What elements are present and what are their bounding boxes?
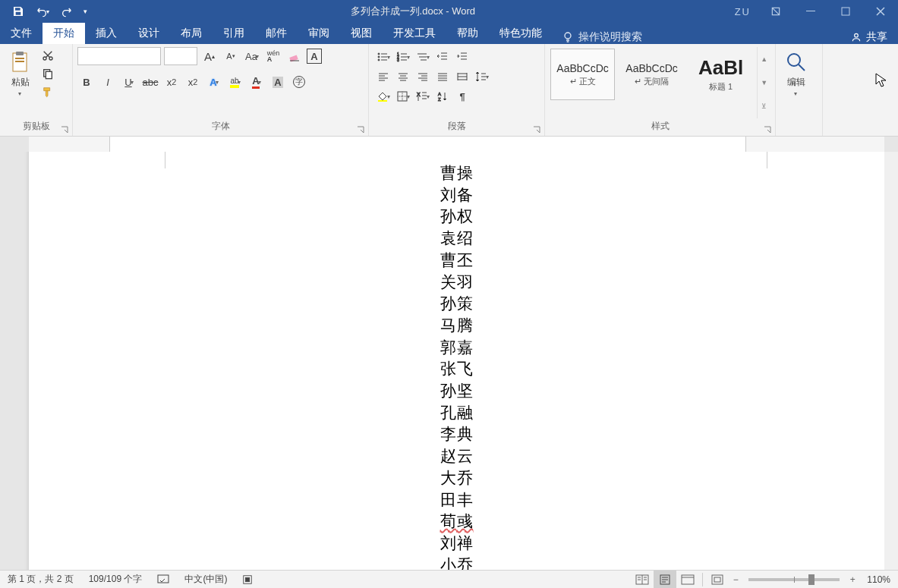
document-line: 荀彧	[29, 511, 884, 533]
align-right-button[interactable]	[413, 67, 433, 86]
shading-button[interactable]: ▾	[373, 86, 393, 106]
subscript-button[interactable]: x2	[162, 73, 181, 91]
cut-button[interactable]	[39, 47, 56, 64]
increase-indent-button[interactable]	[452, 47, 472, 67]
minimize-button[interactable]	[793, 0, 828, 23]
styles-scroll-up[interactable]: ▲	[758, 47, 770, 71]
paragraph-launcher[interactable]	[532, 124, 543, 134]
tab-help[interactable]: 帮助	[446, 23, 489, 44]
svg-text:A: A	[438, 92, 441, 96]
tab-special[interactable]: 特色功能	[489, 23, 553, 44]
group-paragraph: ▾ 123▾ ▾ ▾ ▾ ▾ X▾ AZ ¶ 段落	[369, 44, 545, 136]
language-indicator[interactable]: 中文(中国)	[177, 571, 235, 588]
tab-references[interactable]: 引用	[213, 23, 255, 44]
font-launcher[interactable]	[356, 124, 367, 134]
style-nospacing[interactable]: AaBbCcDc ↵ 无间隔	[619, 49, 684, 100]
web-layout-button[interactable]	[676, 571, 699, 589]
grow-font-button[interactable]: A▴	[200, 47, 219, 65]
svg-point-15	[378, 56, 380, 58]
word-count[interactable]: 109/109 个字	[81, 571, 150, 588]
bold-button[interactable]: B	[77, 73, 96, 91]
copy-button[interactable]	[39, 65, 56, 82]
strikethrough-button[interactable]: abc	[141, 73, 159, 91]
clear-format-button[interactable]	[285, 47, 304, 65]
format-painter-button[interactable]	[39, 83, 56, 100]
svg-rect-12	[46, 71, 52, 78]
font-color-button[interactable]: A▾	[247, 73, 266, 91]
close-button[interactable]	[863, 0, 898, 23]
style-normal[interactable]: AaBbCcDc ↵ 正文	[550, 49, 615, 100]
zoom-slider[interactable]	[748, 578, 840, 581]
tab-design[interactable]: 设计	[128, 23, 170, 44]
tab-review[interactable]: 审阅	[298, 23, 340, 44]
align-center-icon	[397, 71, 409, 83]
font-name-input[interactable]	[77, 47, 161, 65]
numbering-button[interactable]: 123▾	[393, 47, 413, 67]
ribbon: 粘贴 ▾ 剪贴板 A▴ A▾ Aa▾ wénA A	[0, 44, 898, 137]
spell-check-button[interactable]	[150, 571, 177, 588]
align-left-button[interactable]	[373, 67, 393, 86]
style-heading1[interactable]: AaBl 标题 1	[688, 49, 753, 100]
styles-expand[interactable]: ⊻	[758, 95, 770, 118]
shrink-font-button[interactable]: A▾	[222, 47, 240, 65]
tab-mail[interactable]: 邮件	[255, 23, 298, 44]
print-layout-button[interactable]	[654, 571, 676, 589]
qat-customize-button[interactable]: ▾	[79, 0, 91, 23]
tab-home[interactable]: 开始	[43, 23, 85, 44]
find-button[interactable]: 编辑 ▾	[780, 47, 812, 97]
paste-button[interactable]: 粘贴 ▾	[5, 47, 36, 97]
align-right-icon	[417, 71, 429, 83]
bullets-button[interactable]: ▾	[373, 47, 393, 67]
tab-layout[interactable]: 布局	[170, 23, 213, 44]
show-marks-button[interactable]: ¶	[452, 86, 472, 106]
tab-insert[interactable]: 插入	[85, 23, 128, 44]
scissors-icon	[42, 49, 54, 61]
document-line: 小乔	[29, 555, 884, 570]
page[interactable]: 曹操刘备孙权袁绍曹丕关羽孙策马腾郭嘉张飞孙坚孔融李典赵云大乔田丰荀彧刘禅小乔	[29, 152, 884, 570]
enclose-char-button[interactable]: 字	[290, 73, 308, 91]
save-button[interactable]	[6, 0, 30, 23]
align-center-button[interactable]	[393, 67, 413, 86]
styles-scroll-down[interactable]: ▼	[758, 71, 770, 94]
char-shading-button[interactable]: A	[269, 73, 287, 91]
tab-developer[interactable]: 开发工具	[383, 23, 446, 44]
justify-button[interactable]	[433, 67, 452, 86]
ribbon-options-button[interactable]	[758, 0, 793, 23]
share-button[interactable]: 共享	[866, 30, 887, 44]
char-border-button[interactable]: A	[307, 49, 322, 64]
distributed-button[interactable]	[452, 67, 472, 86]
sort-button[interactable]: AZ	[433, 86, 452, 106]
zoom-level[interactable]: 110%	[859, 571, 898, 588]
zoom-in-button[interactable]: +	[846, 574, 859, 585]
ruler[interactable]	[0, 137, 898, 152]
undo-button[interactable]: ▾	[30, 0, 55, 23]
clipboard-launcher[interactable]	[60, 124, 71, 134]
underline-button[interactable]: U▾	[120, 73, 138, 91]
document-line: 曹操	[29, 162, 884, 184]
line-spacing-button[interactable]: ▾	[472, 67, 492, 86]
read-mode-button[interactable]	[631, 571, 654, 589]
vertical-scrollbar[interactable]	[884, 152, 898, 570]
phonetic-guide-button[interactable]: wénA	[264, 47, 282, 65]
asian-layout-button[interactable]: X▾	[413, 86, 433, 106]
tab-view[interactable]: 视图	[340, 23, 383, 44]
multilevel-button[interactable]: ▾	[413, 47, 433, 67]
tab-file[interactable]: 文件	[0, 23, 43, 44]
macro-button[interactable]	[235, 571, 260, 588]
redo-button[interactable]	[55, 0, 79, 23]
highlight-button[interactable]: ab▾	[226, 73, 244, 91]
borders-button[interactable]: ▾	[393, 86, 413, 106]
page-indicator[interactable]: 第 1 页，共 2 页	[0, 571, 81, 588]
decrease-indent-button[interactable]	[433, 47, 452, 67]
font-size-input[interactable]	[164, 47, 197, 65]
zoom-out-button[interactable]: −	[729, 574, 742, 585]
maximize-button[interactable]	[828, 0, 863, 23]
focus-mode-button[interactable]	[706, 571, 729, 589]
change-case-button[interactable]: Aa▾	[243, 47, 261, 65]
tell-me-search[interactable]: 操作说明搜索	[553, 30, 651, 44]
text-effects-button[interactable]: A▾	[205, 73, 223, 91]
superscript-button[interactable]: x2	[184, 73, 202, 91]
document-content[interactable]: 曹操刘备孙权袁绍曹丕关羽孙策马腾郭嘉张飞孙坚孔融李典赵云大乔田丰荀彧刘禅小乔	[29, 162, 884, 570]
styles-launcher[interactable]	[763, 124, 774, 134]
italic-button[interactable]: I	[99, 73, 117, 91]
